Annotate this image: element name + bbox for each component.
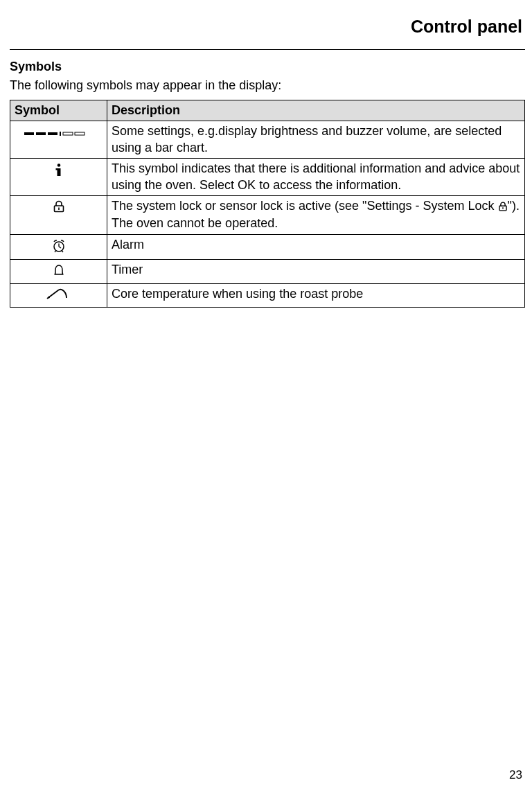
symbols-table: Symbol Description Some settings, e.g.di — [10, 100, 525, 308]
page-number: 23 — [509, 768, 522, 782]
svg-rect-5 — [75, 132, 85, 135]
description-cell: Timer — [107, 260, 525, 283]
symbol-cell — [10, 121, 107, 159]
svg-rect-8 — [55, 168, 58, 170]
symbol-cell — [10, 260, 107, 283]
intro-text: The following symbols may appear in the … — [10, 78, 525, 93]
intro-text-content: The following symbols may appear in the … — [10, 78, 281, 92]
description-text: This symbol indicates that there is addi… — [112, 161, 520, 191]
bar-chart-icon — [24, 125, 94, 141]
description-text: Some settings, e.g.display brightness an… — [112, 124, 502, 154]
section-heading-text: Symbols — [10, 60, 62, 73]
symbol-cell — [10, 234, 107, 259]
description-cell: Alarm — [107, 234, 525, 259]
page-title-text: Control panel — [411, 17, 522, 36]
svg-point-6 — [57, 163, 60, 167]
lock-icon — [498, 200, 508, 214]
description-cell: Some settings, e.g.display brightness an… — [107, 121, 525, 159]
svg-line-17 — [62, 251, 63, 252]
lock-icon — [53, 200, 65, 217]
svg-rect-1 — [36, 132, 46, 135]
svg-line-15 — [59, 247, 61, 248]
header-symbol-text: Symbol — [15, 103, 60, 117]
info-icon — [55, 163, 63, 181]
description-text: Alarm — [112, 238, 144, 251]
description-cell: The system lock or sensor lock is active… — [107, 195, 525, 234]
header-symbol: Symbol — [10, 100, 107, 121]
table-row: Timer — [10, 260, 525, 283]
symbol-cell — [10, 159, 107, 196]
table-header-row: Symbol Description — [10, 100, 525, 121]
svg-rect-3 — [60, 132, 61, 136]
page-number-text: 23 — [509, 768, 522, 781]
table-row: Core temperature when using the roast pr… — [10, 283, 525, 307]
svg-line-16 — [55, 251, 56, 252]
svg-rect-2 — [48, 132, 57, 135]
header-description-text: Description — [112, 103, 180, 117]
title-underline — [10, 49, 525, 50]
symbol-cell — [10, 283, 107, 307]
svg-rect-10 — [58, 207, 60, 210]
svg-rect-4 — [63, 132, 73, 135]
description-cell: Core temperature when using the roast pr… — [107, 283, 525, 307]
timer-icon — [53, 264, 65, 281]
alarm-icon — [52, 239, 66, 257]
symbol-cell — [10, 195, 107, 234]
header-description: Description — [107, 100, 525, 121]
section-heading: Symbols — [10, 60, 525, 74]
description-text: Timer — [112, 263, 143, 276]
page-title: Control panel — [10, 17, 525, 37]
description-text-pre: The system lock or sensor lock is active… — [112, 199, 498, 213]
table-row: Alarm — [10, 234, 525, 259]
probe-icon — [46, 288, 72, 305]
description-cell: This symbol indicates that there is addi… — [107, 159, 525, 196]
svg-rect-0 — [24, 132, 34, 135]
table-row: The system lock or sensor lock is active… — [10, 195, 525, 234]
svg-rect-12 — [502, 207, 503, 209]
table-row: This symbol indicates that there is addi… — [10, 159, 525, 196]
description-text: Core temperature when using the roast pr… — [112, 287, 363, 301]
table-row: Some settings, e.g.display brightness an… — [10, 121, 525, 159]
